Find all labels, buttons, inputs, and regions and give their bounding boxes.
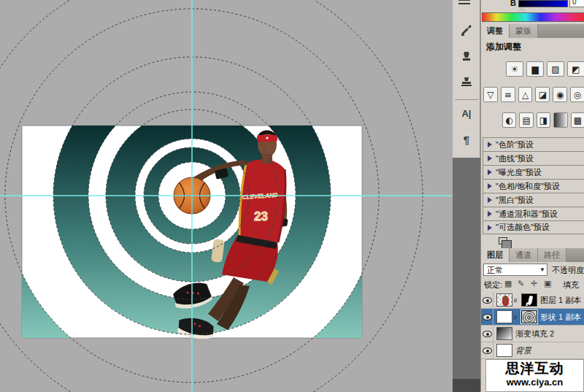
adjustments-footer (481, 239, 584, 247)
expand-triangle-icon[interactable] (488, 142, 492, 147)
channel-mixer-icon[interactable]: ◎ (570, 87, 584, 102)
preset-channel-mixer[interactable]: "通道混和器"预设 (483, 207, 584, 220)
blend-mode-row: 正常 ▼ 不透明度 (481, 263, 584, 277)
canvas-area[interactable]: CLEVELAND 23 (0, 0, 453, 392)
posterize-icon[interactable]: ▤ (519, 112, 533, 128)
tab-channels[interactable]: 通道 (510, 248, 538, 262)
color-balance-icon[interactable]: △ (518, 87, 533, 102)
paragraph-panel-icon[interactable]: ¶ (457, 131, 476, 149)
eye-icon (483, 297, 492, 304)
tab-masks[interactable]: 蒙版 (510, 24, 538, 38)
color-spectrum-ramp[interactable] (482, 12, 584, 22)
visibility-toggle[interactable] (481, 342, 493, 359)
curves-icon[interactable]: ▨ (547, 61, 564, 77)
invert-icon[interactable]: ◐ (502, 112, 516, 128)
clone-source-panel-icon[interactable] (457, 51, 476, 69)
exposure-icon[interactable]: ◩ (567, 61, 584, 77)
layer-name[interactable]: 形状 1 副本 2 (540, 312, 584, 323)
lock-all-icon[interactable]: ▣ (544, 279, 551, 288)
layer-row-gradient-fill[interactable]: 渐变填充 2 (481, 326, 584, 342)
panel-dock-strip: A| ¶ (453, 0, 480, 392)
adjustment-icons-row3: ◐ ▤ ◨ ▩ (502, 112, 584, 128)
vector-mask-thumbnail[interactable] (521, 310, 537, 323)
expand-triangle-icon[interactable] (488, 211, 492, 217)
watermark-url: www.ciya.cn (486, 377, 583, 388)
opacity-label: 不透明度 (552, 265, 584, 276)
layer-row-background[interactable]: 背景 (481, 342, 584, 359)
layer-thumbnail[interactable] (496, 327, 512, 340)
expand-triangle-icon[interactable] (488, 197, 492, 203)
preset-black-white[interactable]: "黑白"预设 (483, 193, 584, 207)
canvas-artwork: CLEVELAND 23 (0, 0, 453, 392)
preset-exposure[interactable]: "曝光度"预设 (483, 165, 584, 179)
blue-channel-label: B (510, 0, 516, 7)
blue-channel-slider[interactable] (518, 0, 568, 7)
preset-selective-color[interactable]: "可选颜色"预设 (483, 220, 584, 234)
brushes-panel-icon[interactable] (457, 23, 476, 41)
expand-triangle-icon[interactable] (488, 169, 492, 175)
lock-row: 锁定: ▦ ✎ ✛ ▣ 填充 (481, 279, 584, 292)
photoshop-window: CLEVELAND 23 (0, 0, 584, 392)
layer-name[interactable]: 渐变填充 2 (515, 328, 554, 339)
layer-list: 8 图层 1 副本 2 8 形状 1 副本 2 渐变填充 2 (481, 292, 584, 359)
right-panel-column: B 0 调整 蒙版 添加调整 ☀ ▆ ▨ ◩ ▽ ≡ △ ◪ ◉ ◎ ◐ ▤ (480, 0, 584, 392)
visibility-toggle[interactable] (481, 292, 493, 309)
layers-tab-bar: 图层 通道 路径 (481, 248, 584, 262)
blend-mode-select[interactable]: 正常 ▼ (483, 264, 548, 276)
layer-thumbnail[interactable] (496, 310, 512, 323)
lines-icon[interactable] (458, 0, 470, 6)
lock-transparency-icon[interactable]: ▦ (504, 279, 512, 288)
lock-image-icon[interactable]: ✎ (518, 279, 524, 288)
watermark-title: 思洋互动 (486, 360, 583, 377)
color-panel: B 0 (481, 0, 584, 24)
preset-hue-saturation[interactable]: "色相/饱和度"预设 (483, 179, 584, 193)
lock-position-icon[interactable]: ✛ (531, 279, 537, 288)
adjustment-icons-row2: ▽ ≡ △ ◪ ◉ ◎ (483, 87, 584, 102)
eye-icon (483, 347, 492, 354)
black-white-icon[interactable]: ◪ (535, 87, 550, 102)
mask-link-icon: 8 (512, 314, 518, 320)
photo-filter-icon[interactable]: ◉ (553, 87, 567, 102)
fill-label: 填充 (563, 280, 579, 291)
gradient-map-icon[interactable] (553, 112, 567, 128)
tab-layers[interactable]: 图层 (481, 248, 510, 262)
dock-shade (453, 379, 480, 392)
adjustment-icons-row1: ☀ ▆ ▨ ◩ (506, 61, 584, 77)
expand-triangle-icon[interactable] (488, 155, 492, 161)
visibility-toggle[interactable] (481, 309, 493, 326)
character-panel-icon[interactable]: A| (457, 105, 476, 123)
adjustment-preset-list: "色阶"预设 "曲线"预设 "曝光度"预设 "色相/饱和度"预设 "黑白"预设 … (483, 137, 584, 234)
vibrance-icon[interactable]: ▽ (483, 87, 498, 102)
chevron-down-icon: ▼ (539, 266, 545, 273)
layer-thumbnail[interactable] (496, 344, 512, 357)
adjustments-tab-bar: 调整 蒙版 (481, 24, 584, 38)
tab-paths[interactable]: 路径 (538, 248, 566, 262)
visibility-toggle[interactable] (481, 326, 493, 342)
eye-icon (483, 331, 492, 337)
threshold-icon[interactable]: ◨ (537, 112, 550, 128)
blue-channel-value[interactable]: 0 (569, 0, 584, 7)
add-adjustment-title: 添加调整 (486, 41, 521, 53)
stamp-panel-icon[interactable] (457, 76, 476, 93)
expand-triangle-icon[interactable] (488, 183, 492, 189)
expand-triangle-icon[interactable] (488, 225, 492, 231)
selective-color-icon[interactable]: ▩ (571, 112, 584, 128)
layer-row-image-copy[interactable]: 8 图层 1 副本 2 (481, 292, 584, 309)
mask-link-icon: 8 (512, 297, 518, 304)
layer-name[interactable]: 背景 (515, 345, 531, 356)
switch-panel-icon[interactable] (499, 237, 507, 245)
preset-curves[interactable]: "曲线"预设 (483, 151, 584, 165)
lock-label: 锁定: (484, 280, 502, 291)
blue-slider-marker[interactable] (519, 7, 525, 12)
hue-saturation-icon[interactable]: ≡ (501, 87, 515, 102)
watermark: 思洋互动 www.ciya.cn (485, 359, 584, 392)
layer-name[interactable]: 图层 1 副本 2 (540, 295, 584, 306)
layer-thumbnail[interactable] (496, 293, 512, 307)
layer-row-shape-copy[interactable]: 8 形状 1 副本 2 (481, 309, 584, 326)
levels-icon[interactable]: ▆ (526, 61, 544, 77)
preset-levels[interactable]: "色阶"预设 (483, 137, 584, 151)
jersey-number-text: 23 (254, 210, 268, 223)
brightness-contrast-icon[interactable]: ☀ (506, 61, 523, 77)
layer-mask-thumbnail[interactable] (521, 293, 537, 307)
tab-adjustments[interactable]: 调整 (481, 24, 510, 38)
